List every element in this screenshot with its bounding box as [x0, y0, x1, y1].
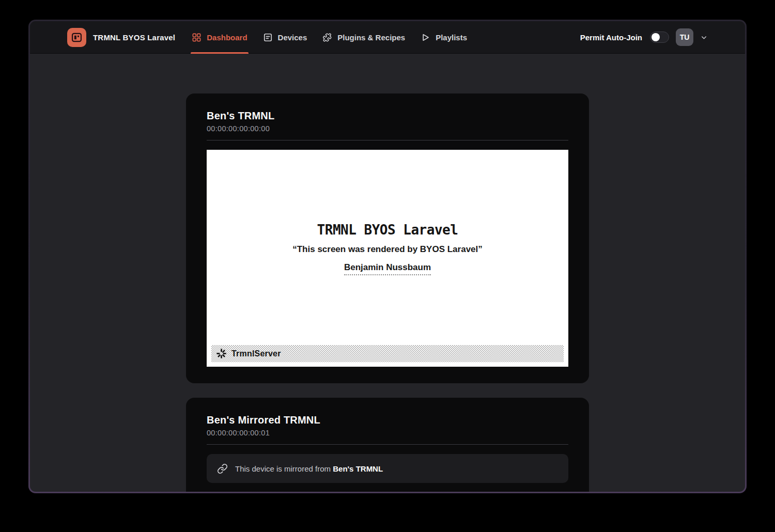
eink-screen-preview: TRMNL BYOS Laravel “This screen was rend… [207, 150, 568, 367]
navbar-right: Permit Auto-Join TU [580, 28, 708, 46]
device-list-icon [263, 33, 273, 42]
permit-auto-join-toggle[interactable] [650, 32, 669, 43]
spinner-icon [216, 348, 227, 359]
nav-item-dashboard[interactable]: Dashboard [191, 21, 248, 54]
screen-title: TRMNL BYOS Laravel [207, 222, 568, 238]
device-mac-address: 00:00:00:00:00:01 [207, 429, 568, 437]
user-avatar[interactable]: TU [676, 28, 693, 46]
navbar: TRMNL BYOS Laravel Dashboard [30, 21, 745, 54]
play-icon [421, 33, 430, 42]
mirror-notice-text: This device is mirrored from Ben's TRMNL [235, 464, 383, 473]
brand-title: TRMNL BYOS Laravel [93, 33, 175, 42]
link-icon [217, 463, 228, 474]
grid-icon [192, 33, 202, 42]
mirror-notice-prefix: This device is mirrored from [235, 464, 333, 473]
card-divider [207, 140, 568, 140]
nav-item-label: Playlists [436, 33, 467, 42]
nav-item-label: Devices [278, 33, 307, 42]
app-window-frame: TRMNL BYOS Laravel Dashboard [28, 20, 747, 493]
nav-item-label: Dashboard [207, 33, 247, 42]
toggle-knob [652, 33, 660, 41]
app-window: TRMNL BYOS Laravel Dashboard [30, 21, 745, 492]
screen-footer-bar: TrmnlServer [211, 345, 564, 362]
chevron-down-icon [700, 34, 708, 41]
active-tab-underline [191, 52, 248, 54]
mirror-source-device: Ben's TRMNL [333, 464, 383, 473]
brand: TRMNL BYOS Laravel [67, 28, 175, 47]
card-divider [207, 444, 568, 445]
permit-auto-join-label: Permit Auto-Join [580, 33, 642, 42]
device-name: Ben's Mirrored TRMNL [207, 414, 568, 426]
puzzle-icon [322, 33, 332, 42]
nav-item-devices[interactable]: Devices [262, 21, 308, 54]
screen-author-row: Benjamin Nussbaum [207, 262, 568, 275]
nav-item-plugins-recipes[interactable]: Plugins & Recipes [321, 21, 406, 54]
user-menu-button[interactable] [700, 34, 708, 41]
trmnl-logo-icon [67, 28, 86, 47]
nav-item-label: Plugins & Recipes [337, 33, 405, 42]
device-card-bens-mirrored-trmnl: Ben's Mirrored TRMNL 00:00:00:00:00:01 T… [186, 398, 589, 492]
screen-footer-label: TrmnlServer [231, 349, 281, 358]
device-mac-address: 00:00:00:00:00:00 [207, 124, 568, 133]
screen-quote: “This screen was rendered by BYOS Larave… [207, 244, 568, 255]
device-card-bens-trmnl: Ben's TRMNL 00:00:00:00:00:00 TRMNL BYOS… [186, 93, 589, 383]
screen-author-link: Benjamin Nussbaum [344, 262, 431, 275]
nav-items: Dashboard Devices Plugins & Recipes [191, 21, 468, 54]
main-content: Ben's TRMNL 00:00:00:00:00:00 TRMNL BYOS… [30, 54, 745, 492]
nav-item-playlists[interactable]: Playlists [420, 21, 468, 54]
device-name: Ben's TRMNL [207, 110, 568, 122]
mirror-notice: This device is mirrored from Ben's TRMNL [207, 454, 568, 483]
